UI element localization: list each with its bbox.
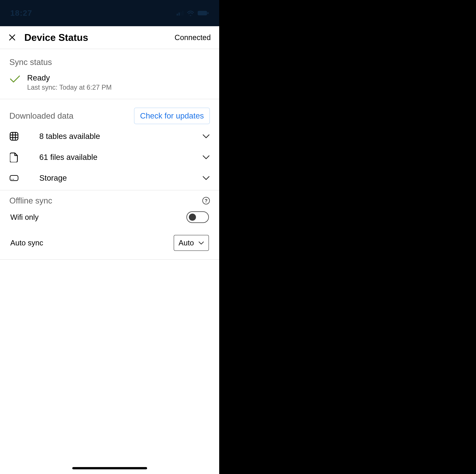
- svg-rect-11: [10, 175, 18, 181]
- auto-sync-row: Auto sync Auto: [0, 229, 219, 259]
- device-status-screen: 18:27 Device Status Connected Sync st: [0, 0, 219, 474]
- files-row[interactable]: 61 files available: [0, 147, 219, 168]
- sync-info: Ready Last sync: Today at 6:27 PM: [27, 73, 112, 91]
- svg-rect-6: [10, 132, 18, 140]
- wifi-only-row: Wifi only: [0, 205, 219, 229]
- battery-icon: [198, 11, 209, 16]
- wifi-icon: [187, 10, 194, 16]
- checkmark-icon: [9, 75, 21, 83]
- offline-header: Offline sync ?: [0, 190, 219, 205]
- files-label: 61 files available: [39, 153, 182, 162]
- sync-state: Ready: [27, 73, 112, 82]
- sync-status-title: Sync status: [9, 57, 52, 67]
- sync-status-row: Ready Last sync: Today at 6:27 PM: [0, 69, 219, 99]
- chevron-down-icon: [202, 155, 210, 159]
- svg-rect-4: [198, 11, 207, 15]
- close-icon: [9, 34, 16, 41]
- sync-status-section: Sync status Ready Last sync: Today at 6:…: [0, 49, 219, 99]
- svg-point-12: [12, 179, 12, 180]
- status-indicators: [177, 10, 209, 16]
- storage-icon: [9, 174, 19, 182]
- status-time: 18:27: [10, 9, 32, 17]
- connection-status: Connected: [175, 33, 211, 42]
- downloaded-title: Downloaded data: [9, 111, 73, 120]
- sync-status-header: Sync status: [0, 49, 219, 69]
- check-updates-button[interactable]: Check for updates: [134, 108, 210, 124]
- svg-rect-3: [182, 11, 184, 16]
- downloaded-header: Downloaded data Check for updates: [0, 99, 219, 126]
- svg-rect-0: [177, 14, 178, 16]
- storage-label: Storage: [39, 173, 182, 183]
- toggle-knob: [189, 214, 196, 221]
- file-icon: [9, 152, 19, 162]
- auto-sync-label: Auto sync: [10, 239, 43, 247]
- nav-bar: Device Status Connected: [0, 26, 219, 49]
- chevron-down-icon: [198, 241, 204, 245]
- page-title: Device Status: [24, 32, 166, 43]
- help-icon[interactable]: ?: [202, 197, 210, 204]
- offline-title: Offline sync: [9, 196, 52, 205]
- tables-row[interactable]: 8 tables available: [0, 126, 219, 147]
- table-icon: [9, 132, 19, 141]
- content-area: Sync status Ready Last sync: Today at 6:…: [0, 49, 219, 474]
- svg-rect-5: [207, 12, 208, 14]
- auto-sync-select[interactable]: Auto: [174, 235, 209, 251]
- downloaded-data-section: Downloaded data Check for updates 8 tabl…: [0, 99, 219, 190]
- sync-detail: Last sync: Today at 6:27 PM: [27, 84, 112, 91]
- wifi-only-toggle[interactable]: [187, 211, 209, 223]
- chevron-down-icon: [202, 134, 210, 138]
- offline-sync-section: Offline sync ? Wifi only Auto sync Auto: [0, 190, 219, 260]
- home-indicator[interactable]: [72, 467, 147, 469]
- wifi-only-label: Wifi only: [10, 213, 39, 221]
- status-bar: 18:27: [0, 0, 219, 26]
- storage-row[interactable]: Storage: [0, 168, 219, 190]
- cellular-icon: [177, 11, 184, 16]
- close-button[interactable]: [8, 34, 16, 41]
- svg-point-13: [13, 179, 14, 180]
- auto-sync-value: Auto: [179, 239, 194, 247]
- svg-rect-1: [179, 13, 180, 16]
- tables-label: 8 tables available: [39, 132, 182, 141]
- svg-rect-2: [180, 12, 182, 16]
- chevron-down-icon: [202, 176, 210, 180]
